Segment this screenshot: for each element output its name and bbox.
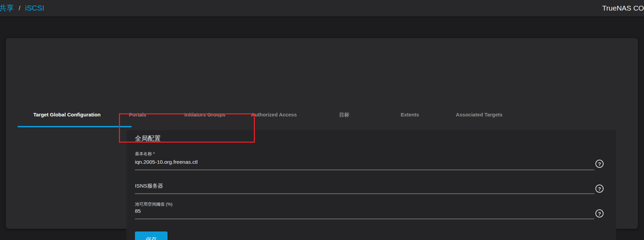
help-icon[interactable]: ? — [595, 185, 604, 193]
breadcrumb: 共享 / iSCSI — [0, 0, 44, 16]
tab-portals[interactable]: Portals — [129, 112, 146, 117]
breadcrumb-separator: / — [19, 5, 20, 12]
tab-authorized-access[interactable]: Authorized Access — [251, 112, 297, 117]
pool-threshold-input[interactable] — [135, 206, 594, 219]
tab-target-global-configuration[interactable]: Target Global Configuration — [33, 112, 101, 117]
base-name-input[interactable] — [135, 157, 594, 170]
breadcrumb-link-sharing[interactable]: 共享 — [0, 3, 14, 13]
help-icon[interactable]: ? — [595, 160, 604, 168]
active-tab-indicator — [18, 126, 132, 127]
tab-targets[interactable]: 目标 — [339, 112, 349, 118]
help-icon[interactable]: ? — [595, 209, 604, 218]
base-name-label: 基本名称 * — [135, 151, 155, 157]
panel-title: 全局配置 — [135, 134, 161, 143]
tab-initiators-groups[interactable]: Initiators Groups — [185, 112, 226, 117]
tab-associated-targets[interactable]: Associated Targets — [456, 112, 502, 117]
iscsi-config-card: Target Global Configuration Portals Init… — [6, 38, 638, 229]
tab-extents[interactable]: Extents — [401, 112, 419, 117]
save-button[interactable]: 保存 — [135, 231, 168, 240]
isns-servers-input[interactable] — [135, 180, 594, 194]
top-bar: 共享 / iSCSI TrueNAS CORE — [0, 0, 644, 16]
brand-title: TrueNAS CORE — [602, 0, 644, 16]
global-configuration-panel: 全局配置 基本名称 * ? ? 池可用空间阈值 (%) ? 保存 — [126, 130, 616, 240]
breadcrumb-link-iscsi[interactable]: iSCSI — [25, 4, 44, 13]
